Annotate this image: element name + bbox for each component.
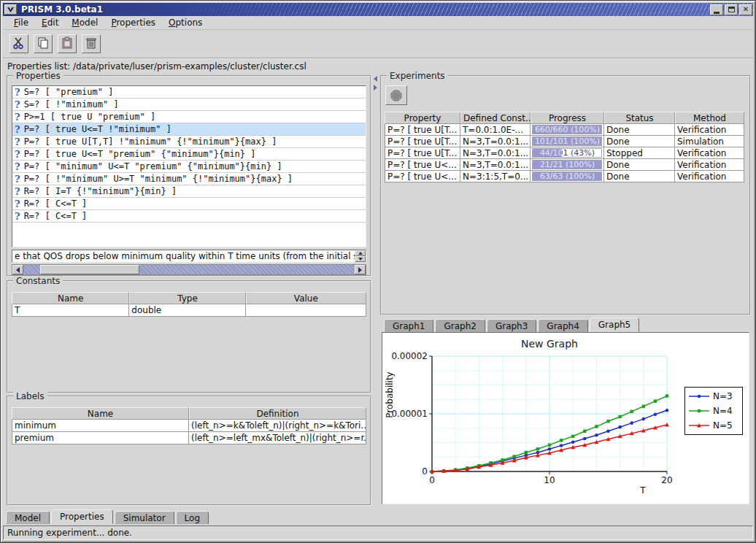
- left-arrow-icon: [16, 267, 20, 273]
- progress-fill: 44/101 (43%): [533, 149, 562, 157]
- labels-column-header[interactable]: Definition: [189, 407, 366, 420]
- close-button[interactable]: ✕: [739, 4, 752, 15]
- tab-properties[interactable]: Properties: [51, 509, 113, 524]
- constants-column-header[interactable]: Value: [246, 292, 366, 304]
- experiments-column-header[interactable]: Defined Const...: [460, 112, 531, 124]
- experiments-column-header[interactable]: Method: [675, 112, 744, 124]
- progress-cell: 44/101 (43%)44/101 (43%): [531, 147, 604, 159]
- scrollbar-track[interactable]: [23, 265, 355, 274]
- up-arrow-icon: [358, 252, 363, 255]
- progress-text: 63/63 (100%): [533, 172, 601, 180]
- property-row[interactable]: ?R=? [ C<=T ]: [12, 210, 366, 223]
- experiment-row[interactable]: P=? [ true U[T...N=3,T=0.0:1...101/101 (…: [385, 136, 747, 147]
- property-row[interactable]: ?R=? [ C<=T ]: [12, 198, 366, 210]
- tab-log[interactable]: Log: [176, 511, 209, 524]
- experiment-row[interactable]: P=? [ true U[T...N=3,T=0.0:1...44/101 (4…: [385, 147, 747, 159]
- tab-graph2[interactable]: Graph2: [435, 319, 485, 332]
- collapse-left-button[interactable]: [372, 75, 379, 82]
- property-comment-field[interactable]: e that QOS drops below minimum quality w…: [12, 250, 366, 263]
- menu-item-options[interactable]: Options: [162, 17, 209, 28]
- progress-bar: 101/101 (100%)101/101 (100%): [532, 136, 602, 146]
- menu-item-model[interactable]: Model: [65, 17, 104, 28]
- legend-marker-icon: [688, 393, 710, 400]
- spinner-down-button[interactable]: [355, 256, 366, 262]
- delete-button[interactable]: [82, 34, 101, 53]
- property-row[interactable]: ?P=? [ true U<=T !"minimum" ]: [12, 123, 366, 136]
- graph-tab-strip: Graph1Graph2Graph3Graph4Graph5: [380, 317, 751, 332]
- svg-text:0.00001: 0.00001: [391, 409, 428, 419]
- tab-model[interactable]: Model: [6, 511, 50, 524]
- status-text: Running experiment... done.: [7, 528, 132, 538]
- scroll-right-button[interactable]: [355, 265, 366, 274]
- copy-button[interactable]: [34, 34, 53, 53]
- menu-item-edit[interactable]: Edit: [35, 17, 65, 28]
- progress-bar: 660/660 (100%)660/660 (100%): [532, 125, 602, 134]
- progress-text: 101/101 (100%): [533, 137, 601, 145]
- constants-column-header[interactable]: Type: [129, 292, 245, 304]
- property-row[interactable]: ?P=? [ true U<=T "premium" {"minimum"}{m…: [12, 148, 366, 161]
- experiment-row[interactable]: P=? [ true U[T...T=0.0:1.0E-...660/660 (…: [385, 124, 747, 136]
- property-row[interactable]: ?R=? [ I=T {!"minimum"}{min} ]: [12, 185, 366, 198]
- menu-item-file[interactable]: File: [7, 17, 35, 28]
- maximize-button[interactable]: [725, 4, 738, 15]
- labels-column-header[interactable]: Name: [12, 407, 189, 420]
- table-cell: premium: [12, 432, 189, 444]
- tab-simulator[interactable]: Simulator: [115, 511, 174, 524]
- progress-bar: 21/21 (100%)21/21 (100%): [532, 160, 602, 169]
- experiment-row[interactable]: P=? [ true U<...N=3,T=0.0:1...21/21 (100…: [385, 159, 747, 171]
- experiments-table: PropertyDefined Const...ProgressStatusMe…: [385, 112, 747, 182]
- menu-item-properties[interactable]: Properties: [104, 17, 162, 28]
- horizontal-scrollbar: [12, 264, 366, 275]
- constants-header-row: NameTypeValue: [12, 292, 366, 304]
- property-row[interactable]: ?S=? [ !"minimum" ]: [12, 99, 366, 111]
- minimize-button[interactable]: [710, 4, 723, 15]
- scrollbar-thumb[interactable]: [40, 265, 139, 274]
- property-row[interactable]: ?P>=1 [ true U "premium" ]: [12, 111, 366, 123]
- table-cell: minimum: [12, 420, 189, 432]
- experiments-column-header[interactable]: Property: [385, 112, 460, 124]
- separator: [3, 58, 753, 59]
- table-cell: (left_n>=left_mx&Toleft_n)|(right_n>=r..…: [189, 432, 366, 444]
- stop-experiment-button[interactable]: [385, 85, 407, 105]
- tab-graph3[interactable]: Graph3: [487, 319, 536, 332]
- labels-group: Labels NameDefinitionminimum(left_n>=k&T…: [7, 396, 371, 506]
- property-row[interactable]: ?P=? [ "minimum" U<=T "premium" {"minimu…: [12, 161, 366, 173]
- table-row[interactable]: Tdouble: [12, 304, 366, 317]
- table-cell: Done: [604, 171, 675, 182]
- path-bar: Properties list: /data/private/luser/pri…: [3, 60, 753, 73]
- property-row[interactable]: ?P=? [ true U[T,T] !"minimum" {!"minimum…: [12, 136, 366, 148]
- question-icon: ?: [15, 112, 20, 123]
- property-row[interactable]: ?P=? [ !"minimum" U>=T "minimum" {!"mini…: [12, 173, 366, 185]
- experiments-column-header[interactable]: Status: [604, 112, 675, 124]
- experiment-row[interactable]: P=? [ true U<...N=3:1:5,T=0...63/63 (100…: [385, 171, 747, 182]
- left-arrow-icon: [374, 76, 377, 82]
- tab-graph5[interactable]: Graph5: [590, 317, 639, 332]
- table-cell: P=? [ true U[T...: [385, 136, 460, 147]
- paste-button[interactable]: [58, 34, 77, 53]
- cut-button[interactable]: [9, 34, 28, 53]
- maximize-icon: [728, 7, 735, 12]
- scroll-left-button[interactable]: [12, 265, 23, 274]
- delete-icon: [85, 36, 98, 52]
- properties-list: ?S=? [ "premium" ]?S=? [ !"minimum" ]?P>…: [12, 85, 366, 247]
- legend-entry: N=5: [688, 420, 739, 431]
- question-icon: ?: [15, 149, 20, 160]
- cut-icon: [12, 36, 26, 52]
- tab-graph4[interactable]: Graph4: [538, 319, 587, 332]
- property-text: S=? [ "premium" ]: [24, 87, 114, 97]
- progress-bar: 63/63 (100%)63/63 (100%): [532, 172, 602, 181]
- legend-marker-icon: [688, 407, 710, 415]
- property-row[interactable]: ?S=? [ "premium" ]: [12, 86, 366, 99]
- window-menu-button[interactable]: [4, 4, 17, 15]
- split-pane-divider[interactable]: [371, 74, 380, 507]
- progress-cell: 21/21 (100%)21/21 (100%): [531, 159, 604, 171]
- constants-column-header[interactable]: Name: [12, 292, 129, 304]
- spinner-up-button[interactable]: [355, 250, 366, 256]
- labels-table: NameDefinitionminimum(left_n>=k&Toleft_n…: [12, 407, 366, 444]
- table-row[interactable]: premium(left_n>=left_mx&Toleft_n)|(right…: [12, 432, 366, 444]
- table-row[interactable]: minimum(left_n>=k&Toleft_n)|(right_n>=k&…: [12, 420, 366, 432]
- tab-graph1[interactable]: Graph1: [384, 319, 433, 332]
- experiments-column-header[interactable]: Progress: [531, 112, 604, 124]
- collapse-right-button[interactable]: [372, 84, 379, 90]
- paste-icon: [61, 36, 74, 52]
